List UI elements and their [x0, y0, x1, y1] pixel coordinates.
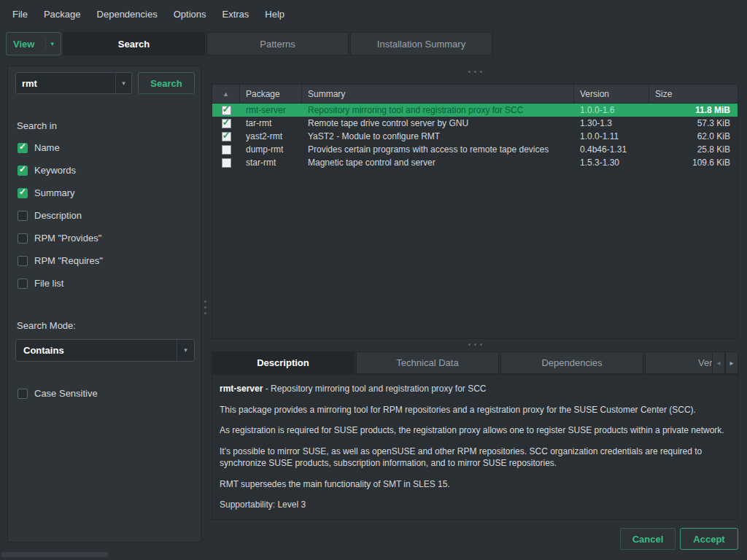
package-size: 109.6 KiB: [649, 158, 738, 168]
case-sensitive-label: Case Sensitive: [34, 388, 98, 399]
description-paragraph: As registration is required for SUSE pro…: [220, 424, 730, 437]
filter-list: NameKeywordsSummaryDescriptionRPM "Provi…: [18, 136, 103, 295]
status-unchecked-icon: [222, 158, 231, 168]
checkbox-icon: [18, 211, 28, 221]
filter-label: Summary: [34, 187, 75, 198]
table-row-yast2-rmt[interactable]: yast2-rmtYaST2 - Module to configure RMT…: [212, 130, 738, 143]
package-size: 11.8 MiB: [649, 105, 738, 115]
case-sensitive-checkbox[interactable]: Case Sensitive: [18, 382, 98, 405]
status-check-icon: [222, 106, 231, 115]
detail-tab-dependencies[interactable]: Dependencies: [500, 351, 643, 374]
vertical-splitter-handle[interactable]: [204, 300, 206, 314]
status-check-icon: [222, 132, 231, 141]
package-size: 57.3 KiB: [649, 118, 738, 128]
filter-checkbox-summary[interactable]: Summary: [18, 182, 103, 204]
table-row-star-rmt[interactable]: star-rmtMagnetic tape control and server…: [212, 156, 738, 169]
description-paragraph: Supportability: Level 3: [220, 499, 730, 511]
filter-checkbox-file-list[interactable]: File list: [18, 272, 103, 295]
version-column-header[interactable]: Version: [574, 85, 649, 103]
search-button[interactable]: Search: [138, 72, 195, 94]
menubar: FilePackageDependenciesOptionsExtrasHelp: [0, 0, 747, 28]
tab-search[interactable]: Search: [63, 32, 205, 55]
checkbox-icon: [18, 279, 28, 289]
package-version: 1.30-1.3: [574, 118, 649, 128]
search-combobox[interactable]: ▾: [15, 72, 132, 94]
table-body: rmt-serverRepository mirroring tool and …: [212, 104, 738, 169]
filter-label: RPM "Provides": [34, 233, 101, 244]
status-cell: [212, 106, 240, 115]
status-cell: [212, 158, 240, 168]
package-size: 25.8 KiB: [649, 144, 738, 155]
filter-checkbox-rpm-requires[interactable]: RPM "Requires": [18, 249, 103, 272]
tab-patterns[interactable]: Patterns: [206, 32, 349, 55]
accept-button[interactable]: Accept: [680, 528, 738, 550]
menu-item-file[interactable]: File: [4, 4, 36, 25]
summary-column-header[interactable]: Summary: [302, 85, 574, 103]
package-title-rest: - Repository mirroring tool and registra…: [263, 384, 486, 394]
package-table: ▲ Package Summary Version Size rmt-serve…: [212, 84, 738, 339]
package-version: 1.5.3-1.30: [574, 158, 649, 168]
table-row-rmt-server[interactable]: rmt-serverRepository mirroring tool and …: [212, 104, 738, 117]
detail-tab-technical-data[interactable]: Technical Data: [356, 351, 499, 374]
cancel-button[interactable]: Cancel: [620, 528, 676, 550]
filter-checkbox-keywords[interactable]: Keywords: [18, 159, 103, 182]
table-row-tar-rmt[interactable]: tar-rmtRemote tape drive control server …: [212, 117, 738, 130]
package-version: 1.0.0-1.11: [574, 131, 649, 141]
filter-label: RPM "Requires": [34, 255, 103, 266]
detail-tabs: DescriptionTechnical DataDependenciesVer…: [212, 351, 738, 374]
package-summary: Repository mirroring tool and registrati…: [302, 105, 574, 115]
package-version: 1.0.0-1.6: [574, 105, 649, 115]
menu-item-extras[interactable]: Extras: [214, 4, 257, 25]
filter-checkbox-name[interactable]: Name: [18, 136, 103, 159]
package-name: star-rmt: [240, 158, 302, 168]
package-name: dump-rmt: [240, 144, 302, 155]
package-column-header[interactable]: Package: [240, 85, 302, 103]
status-check-icon: [222, 119, 231, 128]
chevron-down-icon[interactable]: ▾: [115, 73, 131, 93]
horizontal-splitter-handle[interactable]: [468, 343, 482, 346]
filter-checkbox-description[interactable]: Description: [18, 204, 103, 227]
status-column-header[interactable]: ▲: [212, 85, 240, 103]
checkbox-icon: [18, 256, 28, 266]
filter-label: Name: [34, 142, 60, 153]
package-version: 0.4b46-1.31: [574, 144, 649, 155]
package-name: tar-rmt: [240, 118, 302, 128]
tab-scroll-left-button[interactable]: ◂: [712, 351, 725, 374]
checkbox-icon: [18, 188, 28, 198]
tab-installation-summary[interactable]: Installation Summary: [350, 32, 492, 55]
filter-checkbox-rpm-provides[interactable]: RPM "Provides": [18, 227, 103, 249]
menu-item-package[interactable]: Package: [36, 4, 89, 25]
filter-label: File list: [34, 278, 63, 289]
status-cell: [212, 132, 240, 141]
package-summary: Remote tape drive control server by GNU: [302, 118, 574, 128]
size-column-header[interactable]: Size: [649, 85, 738, 103]
menu-item-dependencies[interactable]: Dependencies: [89, 4, 166, 25]
description-pane: rmt-server - Repository mirroring tool a…: [212, 374, 738, 520]
horizontal-splitter-handle[interactable]: [468, 71, 482, 73]
view-dropdown-button[interactable]: View ▾: [6, 32, 61, 55]
chevron-down-icon: ▾: [45, 37, 54, 50]
search-mode-combobox[interactable]: Contains ▾: [15, 339, 195, 362]
search-in-label: Search in: [17, 120, 57, 131]
horizontal-scrollbar[interactable]: [1, 552, 108, 557]
package-summary: Magnetic tape control and server: [302, 158, 574, 168]
package-summary: Provides certain programs with access to…: [302, 144, 574, 155]
chevron-down-icon: ▾: [177, 340, 194, 361]
checkbox-icon: [18, 233, 28, 244]
description-paragraph: It's possible to mirror SUSE, as well as…: [220, 446, 730, 470]
menu-item-help[interactable]: Help: [257, 4, 293, 25]
tab-scroll-right-button[interactable]: ▸: [725, 351, 738, 374]
description-paragraphs: This package provides a mirroring tool f…: [220, 404, 730, 511]
filter-label: Description: [34, 210, 82, 221]
status-cell: [212, 145, 240, 155]
status-cell: [212, 119, 240, 128]
checkbox-icon: [18, 389, 28, 399]
filter-label: Keywords: [34, 165, 76, 176]
package-summary: YaST2 - Module to configure RMT: [302, 131, 574, 141]
table-row-dump-rmt[interactable]: dump-rmtProvides certain programs with a…: [212, 143, 738, 156]
search-panel: ▾ Search Search in NameKeywordsSummaryDe…: [7, 66, 201, 542]
detail-tab-description[interactable]: Description: [212, 351, 355, 374]
search-input[interactable]: [16, 78, 115, 89]
menu-item-options[interactable]: Options: [166, 4, 214, 25]
checkbox-icon: [18, 143, 28, 153]
